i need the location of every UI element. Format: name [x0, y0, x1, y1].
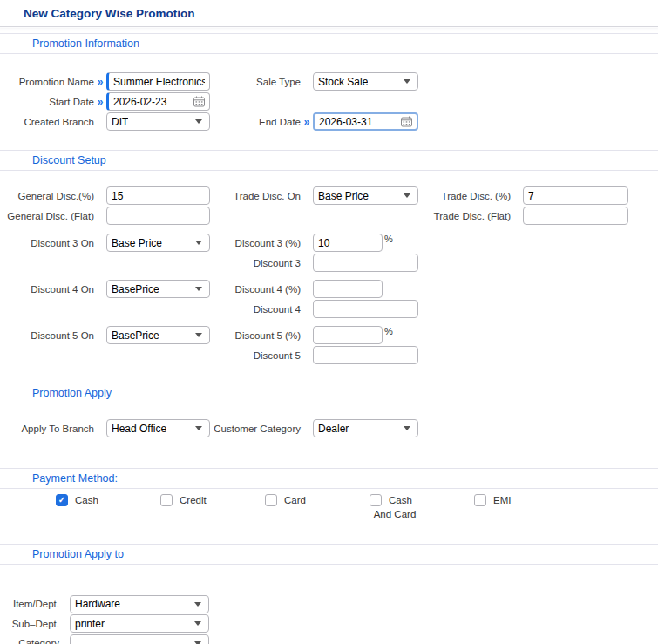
payment-option-cash-and-card: Cash And Card [370, 494, 474, 519]
discount4-on-select[interactable]: BasePrice [106, 280, 210, 298]
cash-and-card-label: Cash [389, 495, 412, 505]
emi-label: EMI [493, 495, 511, 505]
payment-option-card: Card [265, 494, 370, 519]
section-header-payment-method: Payment Method: [0, 468, 658, 489]
percent-suffix: % [384, 234, 393, 244]
required-icon: » [98, 77, 104, 87]
trade-disc-on-select[interactable]: Base Price [313, 186, 418, 205]
form-row: Discount 4 On BasePrice Discount 4 (%) [0, 279, 658, 299]
discount4-amt-input[interactable] [313, 300, 418, 318]
end-date-value[interactable] [319, 116, 392, 128]
form-row: Item/Dept. Hardware [0, 594, 658, 614]
form-row: Sub–Dept. printer [0, 614, 658, 634]
discount3-pct-input[interactable] [313, 234, 383, 252]
chevron-down-icon [195, 333, 202, 337]
required-icon: » [98, 97, 104, 107]
form-row: Promotion Name » Sale Type Stock Sale [0, 71, 658, 92]
discount4-on-label: Discount 4 On [0, 284, 94, 295]
item-dept-label: Item/Dept. [0, 599, 59, 609]
general-disc-pct-input[interactable] [106, 186, 210, 205]
cash-and-card-label-line2: And Card [370, 509, 420, 519]
chevron-down-icon [404, 426, 410, 430]
trade-disc-pct-label: Trade Disc. (%) [418, 191, 511, 201]
created-branch-select[interactable]: DIT [106, 112, 210, 131]
start-date-input[interactable] [106, 92, 210, 111]
sale-type-label: Sale Type [210, 77, 301, 87]
chevron-down-icon [404, 79, 410, 84]
discount4-pct-input[interactable] [313, 280, 383, 298]
apply-to-branch-label: Apply To Branch [0, 424, 94, 434]
cash-and-card-checkbox[interactable] [370, 494, 382, 506]
section-header-promotion-apply: Promotion Apply [0, 383, 658, 403]
payment-option-emi: EMI [474, 494, 579, 519]
chevron-down-icon [195, 119, 202, 124]
item-dept-select[interactable]: Hardware [70, 595, 209, 613]
general-disc-flat-input[interactable] [106, 207, 210, 225]
calendar-icon[interactable] [193, 96, 205, 107]
discount5-pct-input[interactable] [313, 326, 383, 344]
category-select[interactable] [70, 634, 209, 644]
discount5-pct-label: Discount 5 (%) [210, 330, 301, 341]
section-title: Promotion Apply to [32, 548, 124, 560]
general-disc-flat-label: General Disc. (Flat) [0, 211, 94, 221]
chevron-down-icon [194, 602, 201, 607]
discount3-on-label: Discount 3 On [0, 238, 94, 248]
chevron-down-icon [195, 426, 202, 430]
credit-checkbox[interactable] [160, 494, 173, 506]
created-branch-label: Created Branch [0, 117, 94, 127]
sale-type-select[interactable]: Stock Sale [313, 72, 418, 91]
payment-method-options: Cash Credit Card Cash And Card [0, 494, 658, 519]
payment-option-cash: Cash [56, 494, 160, 519]
card-checkbox[interactable] [265, 494, 277, 506]
section-title: Promotion Information [32, 37, 139, 50]
promotion-information-section: Promotion Name » Sale Type Stock Sale St… [0, 71, 658, 132]
section-header-discount-setup: Discount Setup [0, 150, 658, 171]
required-icon: » [304, 117, 310, 127]
calendar-icon[interactable] [401, 116, 412, 127]
discount3-pct-label: Discount 3 (%) [210, 238, 301, 248]
end-date-label: End Date [210, 117, 301, 127]
discount3-amt-input[interactable] [313, 254, 418, 272]
chevron-down-icon [194, 621, 201, 626]
section-title: Payment Method: [32, 472, 118, 485]
trade-disc-flat-input[interactable] [523, 207, 628, 225]
discount5-on-select[interactable]: BasePrice [106, 326, 210, 344]
start-date-value[interactable] [113, 96, 187, 108]
cash-checkbox[interactable] [56, 494, 68, 506]
cash-label: Cash [75, 495, 98, 505]
title-divider [0, 26, 658, 27]
promotion-apply-to-section: Item/Dept. Hardware Sub–Dept. printer Ca… [0, 594, 658, 644]
sub-dept-select[interactable]: printer [70, 614, 209, 633]
trade-disc-flat-label: Trade Disc. (Flat) [418, 211, 511, 221]
card-label: Card [284, 495, 306, 505]
discount3-on-select[interactable]: Base Price [106, 234, 210, 252]
chevron-down-icon [195, 287, 202, 291]
end-date-input[interactable] [313, 112, 418, 131]
form-row: Created Branch DIT End Date » [0, 112, 658, 132]
promotion-apply-section: Apply To Branch Head Office Customer Cat… [0, 418, 658, 438]
percent-suffix: % [384, 326, 393, 336]
discount4-pct-label: Discount 4 (%) [210, 284, 301, 295]
form-row: Discount 3 On Base Price Discount 3 (%) … [0, 233, 658, 253]
trade-disc-pct-input[interactable] [523, 186, 628, 205]
discount4-amt-label: Discount 4 [210, 304, 301, 315]
discount5-on-label: Discount 5 On [0, 330, 94, 341]
apply-to-branch-select[interactable]: Head Office [106, 419, 210, 437]
form-row: Category [0, 634, 658, 644]
form-row: Discount 4 [0, 299, 658, 319]
promotion-name-input[interactable] [106, 72, 210, 91]
discount5-amt-input[interactable] [313, 346, 418, 364]
start-date-label: Start Date [0, 97, 94, 107]
customer-category-select[interactable]: Dealer [313, 419, 418, 437]
promotion-form-page: New Category Wise Promotion Promotion In… [0, 0, 658, 644]
section-header-promotion-apply-to: Promotion Apply to [0, 544, 658, 565]
customer-category-label: Customer Category [210, 424, 301, 434]
emi-checkbox[interactable] [474, 494, 486, 506]
sub-dept-label: Sub–Dept. [0, 619, 59, 629]
section-title: Discount Setup [32, 154, 106, 166]
section-header-promotion-information: Promotion Information [0, 33, 658, 54]
form-row: Apply To Branch Head Office Customer Cat… [0, 418, 658, 438]
promotion-name-label: Promotion Name [0, 77, 94, 87]
discount3-amt-label: Discount 3 [210, 258, 301, 268]
category-label: Category [0, 638, 59, 644]
